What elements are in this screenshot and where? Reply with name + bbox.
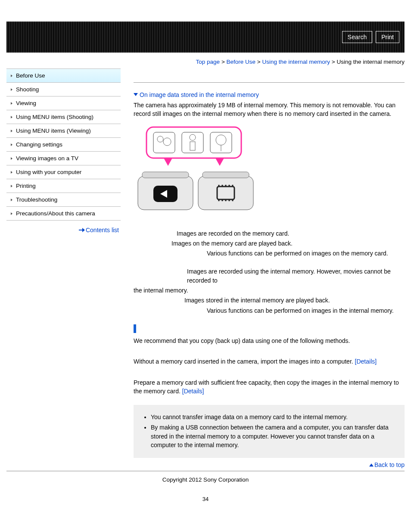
svg-rect-1 [153,132,175,153]
text-line: Images are recorded on the memory card. [134,229,405,238]
contents-list-link[interactable]: Contents list [86,227,119,233]
sidebar-item-changing-settings[interactable]: Changing settings [6,138,121,152]
breadcrumb-current: Using the internal memory [336,59,405,65]
anchor-link[interactable]: On image data stored in the internal mem… [140,91,259,98]
intro-text: The camera has approximately 19 MB of in… [134,101,405,118]
text-line: Various functions can be performed on im… [134,306,405,315]
text-line: Images are recorded using the internal m… [134,267,405,285]
method-2: Prepare a memory card with sufficient fr… [134,378,405,396]
sidebar-item-menu-viewing[interactable]: Using MENU items (Viewing) [6,124,121,138]
chevron-right-icon [11,143,12,146]
print-button[interactable]: Print [376,31,399,43]
section-heading-bar [134,324,405,333]
svg-rect-17 [202,172,249,178]
chevron-right-icon [11,88,12,91]
chevron-right-icon [11,185,12,187]
chevron-right-icon [11,75,12,77]
svg-rect-2 [182,132,203,153]
note-item: You cannot transfer image data on a memo… [151,413,398,421]
method-1: Without a memory card inserted in the ca… [134,357,405,366]
breadcrumb-link[interactable]: Using the internal memory [262,59,330,65]
divider [134,82,405,83]
sidebar-item-troubleshooting[interactable]: Troubleshooting [6,193,121,207]
divider [6,471,405,471]
notes-box: You cannot transfer image data on a memo… [134,405,405,458]
text-line: Images stored in the internal memory are… [134,296,405,305]
chevron-right-icon [11,116,12,118]
back-to-top-wrap: Back to top [134,458,405,471]
chevron-right-icon [11,157,12,160]
text-line: the internal memory. [134,286,405,295]
sidebar-item-computer[interactable]: Using with your computer [6,165,121,179]
details-link[interactable]: [Details] [182,388,204,395]
svg-marker-10 [164,158,172,166]
text-line: Various functions can be performed on im… [134,249,405,258]
header-banner: Search Print [6,22,405,53]
details-link[interactable]: [Details] [355,358,377,365]
page-number: 34 [6,496,405,502]
chevron-right-icon [11,212,12,215]
sidebar-item-menu-shooting[interactable]: Using MENU items (Shooting) [6,110,121,124]
sidebar-item-viewing[interactable]: Viewing [6,96,121,110]
chevron-right-icon [11,102,12,105]
chevron-up-icon [369,464,374,467]
sidebar-item-shooting[interactable]: Shooting [6,83,121,96]
illustration [134,124,405,216]
svg-rect-13 [142,172,189,178]
search-button[interactable]: Search [342,31,372,43]
recommend-text: We recommend that you copy (back up) dat… [134,336,405,345]
sidebar-item-before-use[interactable]: Before Use [6,69,121,83]
breadcrumb-link[interactable]: Top page [196,59,220,65]
main-content: On image data stored in the internal mem… [134,68,405,471]
internal-memory-block: Images are recorded using the internal m… [134,267,405,314]
sidebar-nav: Before Use Shooting Viewing Using MENU i… [6,68,121,233]
memory-card-block: Images are recorded on the memory card. … [134,229,405,258]
sidebar-item-tv[interactable]: Viewing images on a TV [6,152,121,165]
sidebar-item-printing[interactable]: Printing [6,179,121,193]
text-line: Images on the memory card are played bac… [134,239,405,248]
sidebar-item-precautions[interactable]: Precautions/About this camera [6,207,121,221]
note-item: By making a USB connection between the c… [151,423,398,449]
arrow-right-icon [79,228,85,232]
section-anchor[interactable]: On image data stored in the internal mem… [134,91,405,98]
breadcrumb-link[interactable]: Before Use [227,59,256,65]
svg-rect-16 [198,176,253,210]
breadcrumb: Top page > Before Use > Using the intern… [6,53,405,68]
svg-marker-11 [215,158,224,166]
chevron-right-icon [11,130,12,132]
contents-list-link-wrap: Contents list [6,221,121,233]
chevron-right-icon [11,199,12,201]
chevron-down-icon [134,93,138,96]
chevron-right-icon [11,171,12,174]
back-to-top-link[interactable]: Back to top [374,461,405,468]
copyright-text: Copyright 2012 Sony Corporation [6,475,405,496]
